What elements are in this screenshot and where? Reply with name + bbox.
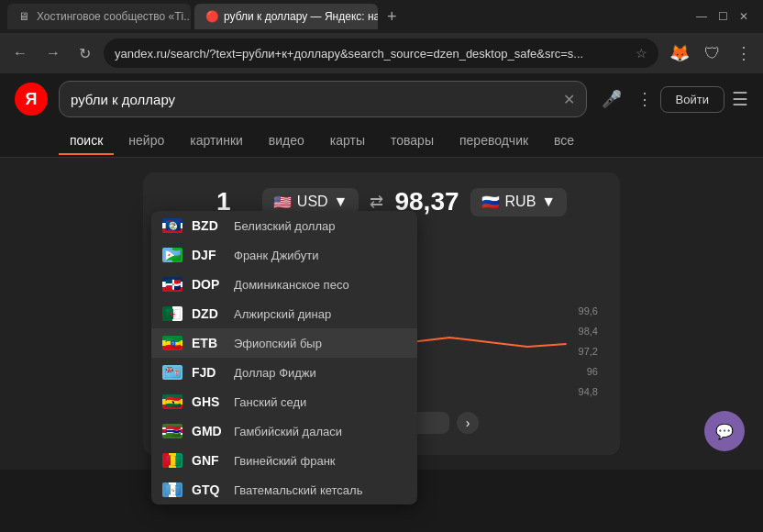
reload-button[interactable]: ↻ <box>73 41 96 66</box>
fox-icon[interactable]: 🦊 <box>666 39 693 67</box>
dropdown-item-DZD[interactable]: 🇩🇿DZDАлжирский динар <box>151 299 417 328</box>
yandex-logo-text: Я <box>26 90 38 109</box>
flag-ETB: 🇪🇹 <box>162 336 182 350</box>
dropdown-item-DOP[interactable]: 🇩🇴DOPДоминиканское песо <box>151 270 417 299</box>
search-clear-icon[interactable]: ✕ <box>563 91 575 108</box>
fab-icon: 💬 <box>715 423 734 440</box>
chart-val-3: 97,2 <box>579 346 598 357</box>
tab-translate[interactable]: переводчик <box>448 127 539 155</box>
tab-images[interactable]: картинки <box>179 127 254 155</box>
address-icons: ☆ <box>636 46 647 61</box>
dropdown-item-GTQ[interactable]: 🇬🇹GTQГватемальский кетсаль <box>151 475 417 504</box>
to-currency-select[interactable]: 🇷🇺 RUB ▼ <box>470 188 568 216</box>
tab-shop[interactable]: товары <box>380 127 445 155</box>
tab2-favicon: 🔴 <box>205 10 218 23</box>
name-DZD: Алжирский динар <box>234 307 331 321</box>
code-GNF: GNF <box>192 453 225 468</box>
code-GTQ: GTQ <box>192 482 225 497</box>
from-currency-code: USD <box>297 194 328 210</box>
dots-menu-icon[interactable]: ⋮ <box>636 89 653 109</box>
to-currency-code: RUB <box>505 194 536 210</box>
minimize-button[interactable]: — <box>696 10 707 23</box>
voice-search-icon[interactable]: 🎤 <box>598 89 625 109</box>
name-DJF: Франк Джибути <box>234 249 318 262</box>
shield-icon[interactable]: 🛡 <box>701 40 724 67</box>
name-BZD: Белизский доллар <box>234 219 335 233</box>
chart-val-2: 98,4 <box>579 326 598 337</box>
dropdown-item-DJF[interactable]: 🇩🇯DJFФранк Джибути <box>151 240 417 270</box>
currency-dropdown[interactable]: 🇧🇿BZDБелизский доллар🇩🇯DJFФранк Джибути🇩… <box>151 211 417 504</box>
flag-GTQ: 🇬🇹 <box>162 482 182 497</box>
hamburger-menu-icon[interactable]: ☰ <box>732 88 748 110</box>
header-right: ⋮ Войти ☰ <box>636 86 748 113</box>
swap-currencies-button[interactable]: ⇄ <box>370 192 383 212</box>
flag-DOP: 🇩🇴 <box>162 277 182 292</box>
tab-video[interactable]: видео <box>258 127 315 155</box>
flag-DJF: 🇩🇯 <box>162 248 182 262</box>
login-button[interactable]: Войти <box>660 86 724 113</box>
tab-maps[interactable]: карты <box>319 127 376 155</box>
browser-chrome: 🖥 Хостинговое сообщество «Тi... ✕ 🔴 рубл… <box>0 0 763 73</box>
search-input[interactable] <box>71 92 556 107</box>
new-tab-button[interactable]: + <box>382 7 403 27</box>
tab1-favicon: 🖥 <box>18 10 31 23</box>
maximize-button[interactable]: ☐ <box>718 10 728 23</box>
tab-translate-label: переводчик <box>459 133 528 148</box>
flag-DZD: 🇩🇿 <box>162 306 182 321</box>
code-GMD: GMD <box>192 424 225 438</box>
name-DOP: Доминиканское песо <box>234 278 349 292</box>
address-bar[interactable]: yandex.ru/search/?text=рубли+к+доллару&s… <box>104 39 658 68</box>
address-text: yandex.ru/search/?text=рубли+к+доллару&s… <box>115 47 628 61</box>
chart-val-1: 99,6 <box>579 305 598 316</box>
code-DZD: DZD <box>192 306 225 321</box>
yandex-logo[interactable]: Я <box>15 83 48 116</box>
name-GMD: Гамбийский даласи <box>234 425 342 438</box>
tab-video-label: видео <box>269 133 304 148</box>
tab-shop-label: товары <box>391 133 434 148</box>
tab1-label: Хостинговое сообщество «Тi... <box>37 10 191 23</box>
next-card-button[interactable]: › <box>457 412 479 434</box>
star-icon[interactable]: ☆ <box>636 46 647 61</box>
more-icon[interactable]: ⋮ <box>732 39 756 67</box>
dropdown-item-FJD[interactable]: 🇫🇯FJDДоллар Фиджи <box>151 358 417 387</box>
dropdown-item-BZD[interactable]: 🇧🇿BZDБелизский доллар <box>151 211 417 240</box>
rub-flag-icon: 🇷🇺 <box>481 194 500 211</box>
name-ETB: Эфиопский быр <box>234 337 322 350</box>
name-GHS: Ганский седи <box>234 395 306 409</box>
tab-images-label: картинки <box>190 133 243 148</box>
code-BZD: BZD <box>192 218 225 233</box>
dropdown-item-GHS[interactable]: 🇬🇭GHSГанский седи <box>151 387 417 416</box>
close-window-button[interactable]: ✕ <box>739 10 748 23</box>
yandex-header: Я ✕ 🎤 ⋮ Войти ☰ <box>0 73 763 125</box>
name-FJD: Доллар Фиджи <box>234 366 316 380</box>
to-currency-chevron: ▼ <box>541 194 556 210</box>
tab-search-label: поиск <box>70 133 103 148</box>
tab-all[interactable]: все <box>543 127 585 155</box>
code-DOP: DOP <box>192 277 225 292</box>
code-GHS: GHS <box>192 394 225 409</box>
dropdown-item-GMD[interactable]: 🇬🇲GMDГамбийский даласи <box>151 416 417 446</box>
address-bar-row: ← → ↻ yandex.ru/search/?text=рубли+к+дол… <box>0 33 763 73</box>
forward-button[interactable]: → <box>40 41 66 65</box>
search-bar[interactable]: ✕ <box>59 81 587 117</box>
chart-values: 99,6 98,4 97,2 96 94,8 <box>579 305 598 397</box>
tab-neuro[interactable]: нейро <box>117 127 175 155</box>
flag-GHS: 🇬🇭 <box>162 394 182 409</box>
dropdown-item-GNF[interactable]: 🇬🇳GNFГвинейский франк <box>151 446 417 475</box>
chart-val-5: 94,8 <box>579 386 598 397</box>
nav-tabs: поиск нейро картинки видео карты товары … <box>0 125 763 158</box>
tab-1[interactable]: 🖥 Хостинговое сообщество «Тi... ✕ <box>7 4 191 29</box>
flag-FJD: 🇫🇯 <box>162 365 182 380</box>
chart-val-4: 96 <box>579 366 598 377</box>
tab-2[interactable]: 🔴 рубли к доллару — Яндекс: на... ✕ <box>194 4 378 29</box>
code-DJF: DJF <box>192 248 225 262</box>
browser-actions: 🦊 🛡 ⋮ <box>666 39 756 67</box>
dropdown-item-ETB[interactable]: 🇪🇹ETBЭфиопский быр <box>151 328 417 358</box>
from-currency-chevron: ▼ <box>334 194 348 210</box>
fab-button[interactable]: 💬 <box>704 411 745 451</box>
tab-maps-label: карты <box>330 133 365 148</box>
main-content: 1 🇺🇸 USD ▼ ⇄ 98,37 🇷🇺 RUB ▼ ЦБ РФ 1 Долл… <box>0 158 763 470</box>
tab-search[interactable]: поиск <box>59 127 114 155</box>
tab-neuro-label: нейро <box>128 133 164 148</box>
back-button[interactable]: ← <box>7 41 33 65</box>
